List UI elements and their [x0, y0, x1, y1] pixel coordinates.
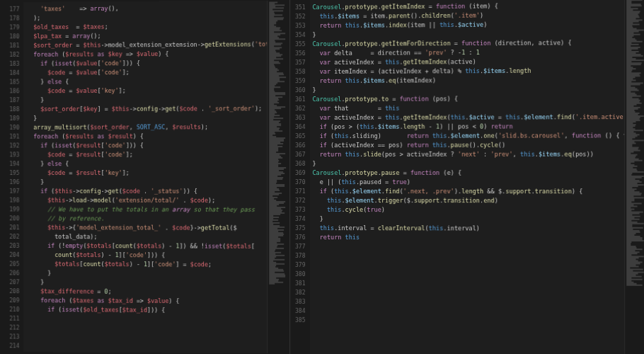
line-number: 374 [292, 215, 306, 224]
code-line[interactable]: foreach ($results as $result) { [26, 132, 264, 141]
code-line[interactable]: if (isset($result['code'])) { [26, 141, 264, 150]
code-line[interactable]: if (isset($old_taxes[$tax_id])) { [26, 305, 264, 316]
line-number: 185 [6, 78, 20, 87]
line-number: 357 [292, 58, 306, 67]
line-number: 360 [292, 86, 306, 95]
line-number: 203 [6, 241, 20, 251]
code-line[interactable]: if (pos > (this.$items.length - 1) || po… [313, 122, 622, 132]
code-line[interactable]: if (activeIndex == pos) return this.paus… [313, 140, 622, 150]
code-line[interactable]: if (isset($value['code'])) { [26, 58, 264, 68]
line-number: 352 [292, 12, 306, 21]
code-line[interactable]: } [313, 215, 622, 224]
code-line[interactable]: if (this.$element.find('.next, .prev').l… [313, 187, 622, 196]
line-number: 380 [292, 270, 306, 279]
line-number: 351 [292, 3, 306, 12]
line-number: 365 [292, 132, 306, 141]
code-line[interactable]: $sort_order = $this->model_extension_ext… [26, 40, 264, 50]
code-line[interactable]: $totals[count($totals) - 1]['code'] = $c… [26, 260, 264, 270]
line-number: 366 [292, 141, 306, 150]
line-number: 182 [6, 50, 20, 59]
line-number: 210 [6, 305, 20, 314]
minimap-right[interactable] [624, 0, 644, 354]
line-number: 373 [292, 205, 306, 215]
code-line[interactable]: } [26, 178, 264, 187]
code-line[interactable]: return this [313, 233, 622, 243]
line-number: 215 [6, 350, 20, 354]
code-line[interactable]: $code = $result['code']; [26, 150, 264, 159]
code-line[interactable]: count($totals) - 1]['code'])) { [26, 251, 264, 261]
line-number: 189 [6, 114, 20, 123]
code-line[interactable]: if (this.sliding) return this.$element.o… [313, 131, 622, 141]
line-number: 192 [6, 142, 20, 151]
code-line[interactable]: var activeIndex = this.getItemIndex(this… [313, 113, 622, 122]
line-number: 180 [6, 32, 20, 41]
line-number: 196 [6, 178, 20, 187]
code-line[interactable]: $code = $result['key']; [26, 169, 264, 178]
line-number: 187 [6, 96, 20, 105]
line-number: 378 [292, 251, 306, 261]
line-number: 193 [6, 150, 20, 159]
line-number: 181 [6, 41, 20, 50]
line-number: 201 [6, 223, 20, 232]
code-line[interactable]: $this->load->model('extension/total/' . … [26, 196, 264, 205]
code-line[interactable]: } else { [26, 159, 264, 169]
line-number: 385 [292, 316, 306, 325]
line-number: 367 [292, 150, 306, 159]
line-number: 206 [6, 268, 20, 278]
code-line[interactable]: total_data); [26, 232, 264, 242]
line-number: 377 [292, 242, 306, 251]
code-line[interactable]: this.cycle(true) [313, 205, 622, 215]
code-line[interactable]: this.$element.trigger($.support.transiti… [313, 196, 622, 205]
code-line[interactable]: $this->{'model_extension_total_' . $code… [26, 223, 264, 233]
code-line[interactable]: } [313, 85, 622, 95]
line-number: 205 [6, 260, 20, 269]
code-line[interactable]: } [26, 269, 264, 279]
line-number: 184 [6, 69, 20, 78]
line-number-gutter-left: 1771781791801811821831841851861871881891… [4, 2, 23, 352]
line-number: 355 [292, 40, 306, 49]
line-number: 356 [292, 49, 306, 58]
line-number: 198 [6, 196, 20, 205]
line-number: 191 [6, 132, 20, 142]
code-line[interactable]: this.interval = clearInterval(this.inter… [313, 224, 622, 234]
line-number: 382 [292, 288, 306, 297]
code-line[interactable]: Carousel.prototype.to = function (pos) { [313, 94, 622, 104]
code-area-left[interactable]: 'taxes' => array(), ); $old_taxes = $tax… [23, 1, 266, 354]
line-number: 207 [6, 278, 20, 287]
code-line[interactable]: // by reference. [26, 214, 264, 223]
code-line[interactable]: array_multisort($sort_order, SORT_ASC, $… [26, 122, 264, 132]
code-line[interactable]: if (!empty($totals[count($totals) - 1]) … [26, 241, 264, 251]
code-line[interactable]: // We have to put the totals in an array… [26, 205, 264, 215]
code-line[interactable]: var that = this [313, 103, 622, 113]
code-line[interactable]: $code = $value['key']; [26, 86, 264, 96]
code-line[interactable]: $sort_order[$key] = $this->config->get($… [26, 104, 264, 114]
line-number: 200 [6, 214, 20, 223]
line-number: 368 [292, 159, 306, 169]
line-number: 183 [6, 59, 20, 69]
code-line[interactable]: if ($this->config->get($code . '_status'… [26, 187, 264, 196]
line-number: 212 [6, 324, 20, 333]
line-number: 194 [6, 159, 20, 169]
code-line[interactable]: return this.slide(pos > activeIndex ? 'n… [313, 150, 622, 159]
code-line[interactable]: } else { [26, 76, 264, 86]
code-line[interactable]: $code = $value['code']; [26, 67, 264, 77]
minimap-left[interactable] [267, 0, 289, 353]
line-number-gutter-right: 3513523533543553563573583593603613623633… [290, 0, 310, 354]
line-number: 371 [292, 187, 306, 196]
editor-pane-right[interactable]: 3513523533543553563573583593603613623633… [290, 0, 644, 354]
code-line[interactable]: } [26, 113, 264, 123]
code-line[interactable]: } [313, 159, 622, 169]
line-number: 209 [6, 296, 20, 305]
editor-pane-left[interactable]: 1771781791801811821831841851861871881891… [4, 0, 290, 353]
code-area-right[interactable]: Carousel.prototype.getItemIndex = functi… [310, 0, 625, 354]
code-line[interactable]: e || (this.paused = true) [313, 178, 622, 187]
code-line[interactable]: Carousel.prototype.pause = function (e) … [313, 169, 622, 178]
line-number: 195 [6, 169, 20, 178]
line-number: 186 [6, 86, 20, 96]
line-number: 213 [6, 332, 20, 341]
code-line[interactable]: } [26, 95, 264, 105]
line-number: 383 [292, 297, 306, 307]
line-number: 372 [292, 196, 306, 205]
line-number: 208 [6, 287, 20, 296]
line-number: 202 [6, 232, 20, 241]
